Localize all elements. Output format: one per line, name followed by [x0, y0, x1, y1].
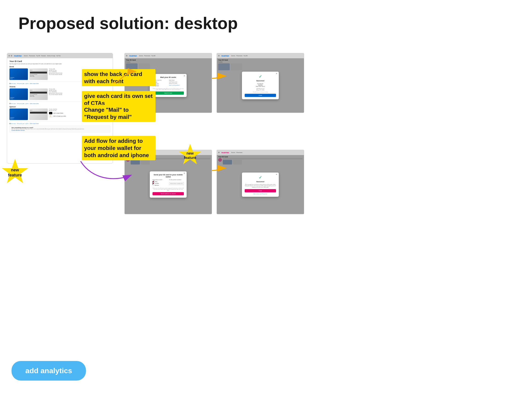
- star-container-2: new feature: [177, 143, 203, 168]
- spencer-save-image[interactable]: 💾 Save image: [9, 123, 16, 124]
- section-victoria: Victoria: [9, 86, 110, 88]
- mail-address: 1234 Rainbow LaneBillings, MT 12345a: [169, 81, 184, 84]
- google-wallet-label: Add to Google pay wallet: [53, 115, 66, 117]
- derek-print[interactable]: 🖨 Print: [25, 83, 29, 84]
- resend-text-link[interactable]: Didn't receive a text? Resend text: [245, 193, 276, 194]
- analytics-button[interactable]: add analytics: [12, 361, 86, 380]
- victoria-save-image[interactable]: 💾 Save image: [9, 103, 16, 104]
- mobile-caroline-checkbox[interactable]: ✓: [152, 183, 154, 184]
- star-container-1: new feature: [0, 158, 30, 188]
- mock-nav-mid-top: HealthNet Doctors Pharmacies Pay Bill: [125, 53, 212, 58]
- mobile-wallet-modal: ✕ Send your ID card to your mobile walle…: [150, 171, 187, 198]
- healthnet-logo-mid: HealthNet: [129, 55, 137, 57]
- nav-pharmacies-rbot: Pharmacies: [236, 152, 242, 153]
- victoria-back-info: Member ID: 987654321Group: 0002RxBin: 61…: [30, 94, 47, 97]
- mobile-caroline-check[interactable]: ✓ Caroline: [152, 183, 167, 184]
- annotation-ctas-text: give each card its own set of CTAs: [84, 93, 152, 106]
- derek-save-image[interactable]: 💾 Save image: [9, 83, 16, 84]
- success-modal-title: Success!: [245, 80, 276, 82]
- new-feature-badge-2: new feature: [177, 143, 203, 168]
- victoria-print[interactable]: 🖨 Print: [25, 103, 29, 104]
- mobile-modal-row: Send these cards: ✓ Ruby ✓ Caroline Spen…: [152, 179, 184, 186]
- mobile-modal-title: Send your ID card to your mobile wallet: [152, 174, 184, 178]
- nav-link-my-plan: My Plan: [57, 55, 61, 57]
- nav-dot: [218, 55, 220, 57]
- nav-link-activity: Activity & Usage: [47, 55, 55, 57]
- derek-request-mail[interactable]: ✉ Request by Mail: [17, 83, 25, 84]
- mobile-modal-close[interactable]: ✕: [184, 172, 185, 174]
- annotation-show-back-text: show the back of card with each front: [84, 71, 142, 84]
- arrow-left-to-mid-bottom: [81, 161, 131, 179]
- send-cards-phone-btn[interactable]: Send cards to my phone: [152, 192, 184, 195]
- derek-name: Derek: [10, 78, 27, 79]
- spencer-back-label: BACK: [30, 110, 47, 111]
- screen-right-top: HealthNet Doctors Pharmacies Pay Bill Yo…: [217, 53, 304, 113]
- mobile-modal-note: Please note: You will receive a text mes…: [152, 188, 184, 191]
- mock-page-title-left: Your ID Card: [9, 60, 110, 63]
- derek-apple-wallet[interactable]: ⊞ Add to Apple Wallet: [30, 83, 39, 84]
- success-modal-close[interactable]: ✕: [276, 73, 277, 75]
- mobile-ruby-check[interactable]: ✓ Ruby: [152, 181, 167, 182]
- annotation-show-back: show the back of card with each front: [82, 69, 156, 86]
- mail-modal-right-col: Sent here: 1234 Rainbow LaneBillings, MT…: [169, 79, 184, 87]
- nav-paybill-right: Pay Bill: [244, 55, 247, 57]
- spencer-cta-row[interactable]: 💾 Save image ✉ Request by mail 🖨 Print ⊞…: [9, 123, 110, 124]
- spencer-apple-wallet[interactable]: ⊞ Add to Apple Wallet: [30, 123, 39, 124]
- nav-link-rewards: Rewards: [41, 55, 46, 57]
- mobile-modal-left: Send these cards: ✓ Ruby ✓ Caroline Spen…: [152, 179, 167, 186]
- nav-dot: [126, 55, 127, 57]
- mock-nav-left: HealthNet Doctors Pharmacies Pay Bill Re…: [7, 53, 113, 58]
- annotation-mail-text: Change "Mail" to "Request by mail": [84, 107, 132, 120]
- nav-link-pay-bill: Pay Bill: [36, 55, 40, 57]
- spencer-back-stripe: [30, 112, 47, 114]
- derek-back-stripe: [30, 72, 47, 74]
- victoria-card-back: BACK Member ID: 987654321Group: 0002RxBi…: [29, 89, 48, 100]
- victoria-request-mail[interactable]: ✉ Request by Mail: [17, 103, 25, 104]
- success-mobile-title: Success!: [245, 181, 276, 183]
- edit-address-link[interactable]: Need to edit this address?: [169, 85, 184, 86]
- send-cards-label: Send these cards:: [152, 179, 167, 180]
- mobile-modal-right: To this phone number:: [169, 179, 184, 186]
- success-cards-text: ID cards forCarolineTeam Start card in: [245, 83, 276, 87]
- success-mobile-modal-overlay: ✕ ✓ Success! A text message from an unkn…: [217, 155, 304, 214]
- apple-wallet-label: Add to Apple Wallet: [53, 112, 63, 114]
- nav-doctors-right: Doctors: [231, 55, 235, 57]
- phone-input[interactable]: [169, 182, 184, 185]
- victoria-back-label: BACK: [30, 90, 47, 91]
- nav-doctors-rbot: Doctors: [231, 152, 235, 153]
- nav-links-rbot: Doctors Pharmacies: [231, 152, 243, 153]
- nav-paybill-mid: Pay Bill: [151, 55, 155, 57]
- success-modal-overlay: ✕ ✓ Success! ID cards forCarolineTeam St…: [217, 58, 304, 113]
- spencer-print[interactable]: 🖨 Print: [25, 123, 29, 124]
- mail-modal-note: Please note: Dependent cards will be sen…: [152, 88, 184, 90]
- healthnet-logo-right: HealthNet: [222, 55, 229, 57]
- success-modal: ✕ ✓ Success! ID cards forCarolineTeam St…: [242, 72, 279, 99]
- nav-link-doctors: Doctors: [24, 55, 28, 57]
- success-mobile-close[interactable]: ✕: [276, 173, 277, 176]
- mobile-spencer-check[interactable]: Spencer: [152, 184, 167, 186]
- nav-dot: [11, 55, 12, 57]
- mail-modal-close[interactable]: ✕: [184, 75, 185, 77]
- victoria-apple-wallet[interactable]: ⊞ Add to Apple Wallet: [30, 103, 39, 104]
- mock-subtitle-left: Use this page to save and print you and …: [9, 63, 110, 64]
- nav-doctors-mid: Doctors: [139, 55, 143, 57]
- nav-link-pharmacies: Pharmacies: [29, 55, 35, 57]
- close-success-mobile-btn[interactable]: Close: [245, 189, 276, 192]
- screen-right-bottom: HealthNet Doctors Pharmacies Your ID Car…: [217, 150, 304, 214]
- annotation-change-mail: Change "Mail" to "Request by mail": [82, 105, 156, 122]
- apple-wallet-icon: ⊞: [49, 112, 52, 114]
- mobile-spencer-checkbox[interactable]: [152, 184, 154, 186]
- success-address: 1234 Rainbow LaneBillings, MT 12345a: [245, 88, 276, 91]
- mail-id-card-btn[interactable]: Mail ID Card: [152, 91, 184, 95]
- close-success-btn[interactable]: Close: [245, 94, 276, 97]
- spencer-card-back: BACK: [29, 108, 48, 120]
- spencer-name: Spencer: [10, 118, 27, 119]
- derek-back-label: BACK: [30, 70, 47, 71]
- spencer-request-mail[interactable]: ✉ Request by mail: [17, 123, 25, 124]
- nav-pharmacies-right: Pharmacies: [236, 55, 242, 57]
- contact-member-link[interactable]: Contact Member Services: [12, 130, 108, 131]
- derek-card-back: BACK Member ID: 123456789Group: 0001RxBi…: [29, 68, 48, 80]
- success-days-note: They will arrive in 7-10 business days: [245, 91, 276, 93]
- nav-dot: [8, 55, 10, 57]
- mobile-caroline-label: Caroline: [155, 183, 159, 184]
